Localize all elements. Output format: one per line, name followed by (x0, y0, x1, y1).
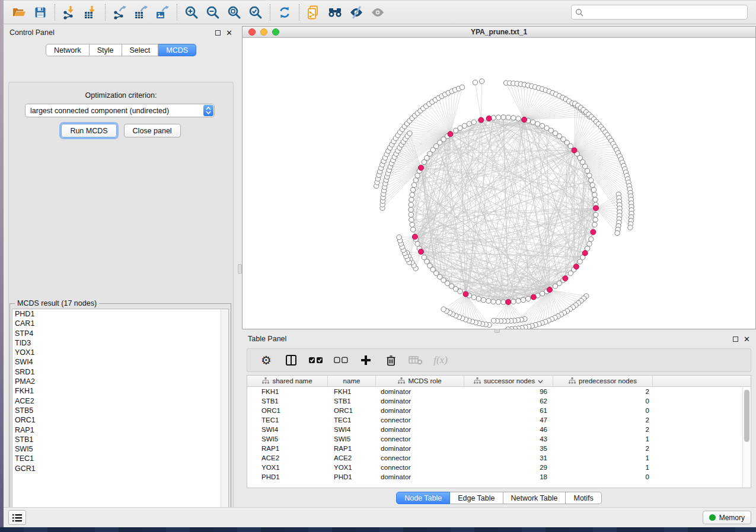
show-all-icon[interactable] (367, 2, 388, 23)
zoom-in-icon[interactable] (181, 2, 202, 23)
table-row[interactable]: ACE2ACE2connector311 (247, 453, 751, 463)
mcds-result-list[interactable]: PHD1CAR1STP4TID3YOX1SWI4SRD1PMA2FKH1ACE2… (12, 309, 229, 519)
table-row[interactable]: FKH1FKH1dominator962 (247, 387, 751, 396)
tab-mcds[interactable]: MCDS (158, 44, 196, 56)
table-row[interactable]: SWI4SWI4dominator462 (247, 425, 751, 434)
select-all-icon[interactable] (309, 353, 323, 367)
network-window-titlebar[interactable]: YPA_prune.txt_1 (243, 27, 755, 38)
new-network-from-selection-icon[interactable] (303, 2, 324, 23)
table-scrollbar-thumb[interactable] (744, 390, 749, 442)
mcds-result-item[interactable]: STP4 (12, 329, 228, 338)
tab-select[interactable]: Select (122, 44, 159, 56)
column-header-shared-name[interactable]: shared name (247, 376, 328, 386)
horizontal-splitter-handle[interactable] (495, 329, 500, 333)
mcds-result-item[interactable]: PMA2 (12, 377, 228, 386)
close-panel-icon[interactable]: ✕ (744, 336, 750, 342)
cell-name: FKH1 (328, 388, 376, 395)
mcds-result-item[interactable]: ORC1 (12, 415, 228, 425)
tab-style[interactable]: Style (90, 44, 122, 56)
optimization-criterion-label: Optimization criterion: (4, 91, 238, 100)
delete-column-icon[interactable] (384, 353, 398, 367)
zoom-out-icon[interactable] (202, 2, 224, 23)
network-window-title: YPA_prune.txt_1 (243, 28, 755, 36)
column-header-filler (653, 376, 751, 386)
column-header-successor-nodes[interactable]: successor nodes (464, 376, 553, 386)
table-row[interactable]: STB1STB1dominator620 (247, 396, 751, 406)
export-image-icon[interactable] (152, 2, 173, 23)
open-file-icon[interactable] (8, 2, 30, 23)
toolbar-separator (299, 4, 299, 21)
refresh-icon[interactable] (274, 2, 295, 23)
mcds-result-item[interactable]: PHD1 (12, 309, 228, 319)
table-tab-motifs[interactable]: Motifs (566, 492, 601, 504)
table-row[interactable]: ORC1ORC1dominator610 (247, 406, 751, 415)
table-row[interactable]: YOX1YOX1connector291 (247, 463, 751, 472)
import-network-icon[interactable] (59, 2, 80, 23)
search-input[interactable] (583, 8, 744, 17)
float-panel-icon[interactable] (215, 30, 221, 36)
column-header-predecessor-nodes[interactable]: predecessor nodes (553, 376, 653, 386)
table-row[interactable]: TEC1TEC1connector472 (247, 415, 751, 425)
deselect-all-icon[interactable] (334, 353, 348, 367)
status-bar: Memory (4, 507, 756, 527)
mcds-list-scrollbar[interactable] (221, 309, 228, 518)
table-tab-network-table[interactable]: Network Table (503, 492, 566, 504)
cell-successor-nodes: 46 (464, 426, 553, 433)
show-columns-icon[interactable] (284, 353, 298, 367)
column-header-name[interactable]: name (328, 376, 376, 386)
table-tab-node-table[interactable]: Node Table (396, 492, 450, 504)
mcds-result-item[interactable]: SWI4 (12, 357, 228, 367)
table-scrollbar[interactable] (742, 387, 750, 488)
column-header-MCDS-role[interactable]: MCDS role (376, 376, 464, 386)
toolbar-search-field[interactable] (571, 5, 748, 20)
mcds-result-item[interactable]: RAP1 (12, 425, 228, 435)
close-panel-button[interactable]: Close panel (124, 124, 181, 137)
column-type-icon (262, 377, 269, 385)
cell-successor-nodes: 47 (464, 416, 553, 424)
mcds-result-item[interactable]: CAR1 (12, 319, 228, 328)
first-neighbors-icon[interactable] (324, 2, 346, 23)
cell-mcds-role: connector (376, 454, 464, 462)
mcds-result-item[interactable]: FKH1 (12, 386, 228, 396)
zoom-selected-icon[interactable] (245, 2, 266, 23)
mcds-result-item[interactable]: GCR1 (12, 464, 228, 473)
network-graph-canvas[interactable] (243, 38, 755, 329)
tab-network[interactable]: Network (46, 44, 90, 56)
export-network-icon[interactable] (109, 2, 130, 23)
cell-shared-name: RAP1 (247, 445, 328, 452)
table-panel-header: Table Panel ✕ (242, 331, 756, 347)
mcds-result-item[interactable]: SWI5 (12, 444, 228, 454)
run-mcds-button[interactable]: Run MCDS (61, 124, 116, 137)
mcds-result-item[interactable]: TEC1 (12, 454, 228, 463)
zoom-fit-icon[interactable] (224, 2, 245, 23)
add-column-icon[interactable] (359, 353, 373, 367)
table-row[interactable]: PHD1PHD1dominator180 (247, 472, 751, 482)
table-row[interactable]: RAP1RAP1dominator352 (247, 444, 751, 453)
cell-name: YOX1 (328, 464, 376, 471)
optimization-criterion-value: largest connected component (undirected) (30, 107, 169, 115)
table-tab-edge-table[interactable]: Edge Table (450, 492, 503, 504)
delete-table-icon[interactable] (409, 353, 423, 367)
mcds-result-item[interactable]: STB1 (12, 435, 228, 444)
splitter-handle[interactable] (238, 264, 242, 274)
mcds-result-item[interactable]: SRD1 (12, 367, 228, 377)
cell-mcds-role: connector (376, 464, 464, 471)
optimization-criterion-select[interactable]: largest connected component (undirected) (25, 104, 215, 117)
close-panel-icon[interactable]: ✕ (226, 30, 232, 36)
table-settings-icon[interactable]: ⚙ (259, 353, 273, 367)
float-panel-icon[interactable] (733, 336, 738, 342)
cell-shared-name: TEC1 (247, 416, 328, 424)
save-session-icon[interactable] (30, 2, 51, 23)
memory-button[interactable]: Memory (703, 511, 751, 524)
mcds-result-item[interactable]: ACE2 (12, 396, 228, 406)
task-history-button[interactable] (8, 510, 26, 525)
import-table-icon[interactable] (80, 2, 101, 23)
table-row[interactable]: SWI5SWI5connector431 (247, 434, 751, 444)
mcds-result-item[interactable]: YOX1 (12, 348, 228, 357)
cell-shared-name: SWI4 (247, 426, 328, 433)
mcds-result-item[interactable]: TID3 (12, 338, 228, 348)
cell-name: TEC1 (328, 416, 376, 424)
mcds-result-item[interactable]: STB5 (12, 406, 228, 415)
export-table-icon[interactable] (130, 2, 152, 23)
hide-selected-icon[interactable] (346, 2, 367, 23)
